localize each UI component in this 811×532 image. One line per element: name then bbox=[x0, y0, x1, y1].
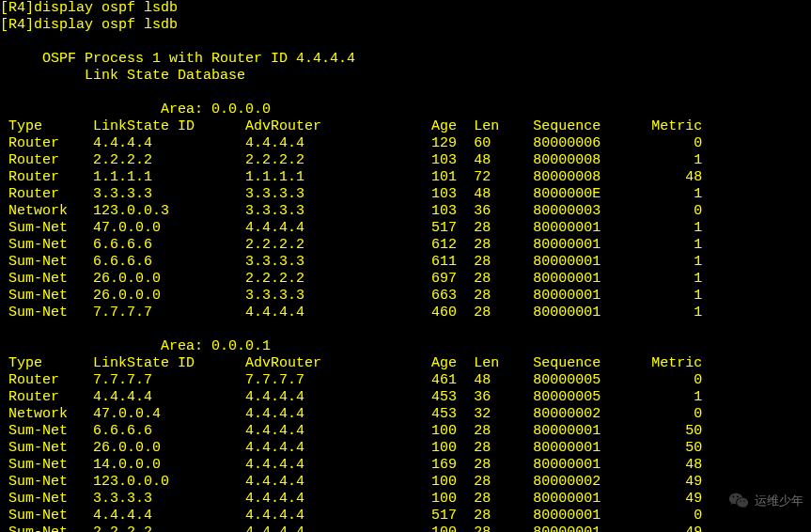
cell-seq: 80000008 bbox=[533, 152, 634, 168]
cell-age: 103 bbox=[431, 203, 474, 219]
lsdb-row: Sum-Net 47.0.0.0 4.4.4.4 517 28 80000001… bbox=[0, 220, 702, 236]
cell-adv: 4.4.4.4 bbox=[245, 508, 431, 524]
cell-seq: 80000001 bbox=[533, 288, 634, 304]
cell-len: 28 bbox=[474, 288, 533, 304]
col-header-adv: AdvRouter bbox=[245, 118, 431, 134]
cell-seq: 80000006 bbox=[533, 135, 634, 151]
cell-type: Sum-Net bbox=[0, 271, 93, 287]
cell-seq: 80000001 bbox=[533, 440, 634, 456]
lsdb-row: Network 47.0.0.4 4.4.4.4 453 32 80000002… bbox=[0, 406, 702, 422]
cell-age: 129 bbox=[431, 135, 474, 151]
cell-len: 28 bbox=[474, 457, 533, 473]
cell-seq: 80000001 bbox=[533, 457, 634, 473]
cell-type: Sum-Net bbox=[0, 508, 93, 524]
cell-type: Router bbox=[0, 372, 93, 388]
cell-seq: 80000005 bbox=[533, 389, 634, 405]
cell-type: Sum-Net bbox=[0, 254, 93, 270]
cell-lsid: 1.1.1.1 bbox=[93, 169, 245, 185]
cell-metric: 48 bbox=[634, 169, 702, 185]
cell-type: Sum-Net bbox=[0, 220, 93, 236]
area-title: Area: 0.0.0.0 bbox=[0, 102, 271, 117]
cell-age: 103 bbox=[431, 186, 474, 202]
cell-metric: 1 bbox=[634, 271, 702, 287]
cell-type: Sum-Net bbox=[0, 457, 93, 473]
col-header-len: Len bbox=[474, 118, 533, 134]
cell-adv: 4.4.4.4 bbox=[245, 423, 431, 439]
cell-seq: 80000001 bbox=[533, 220, 634, 236]
lsdb-row: Sum-Net 6.6.6.6 3.3.3.3 611 28 80000001 … bbox=[0, 254, 702, 270]
lsdb-header-row: Type LinkState ID AdvRouter Age Len Sequ… bbox=[0, 355, 702, 371]
cell-age: 517 bbox=[431, 508, 474, 524]
cell-seq: 80000005 bbox=[533, 372, 634, 388]
cell-adv: 4.4.4.4 bbox=[245, 220, 431, 236]
cell-adv: 4.4.4.4 bbox=[245, 457, 431, 473]
cell-lsid: 4.4.4.4 bbox=[93, 389, 245, 405]
cell-adv: 3.3.3.3 bbox=[245, 203, 431, 219]
cell-metric: 0 bbox=[634, 372, 702, 388]
cell-age: 101 bbox=[431, 169, 474, 185]
cell-adv: 2.2.2.2 bbox=[245, 237, 431, 253]
cell-age: 453 bbox=[431, 389, 474, 405]
cell-age: 612 bbox=[431, 237, 474, 253]
cell-age: 663 bbox=[431, 288, 474, 304]
lsdb-row: Router 4.4.4.4 4.4.4.4 453 36 80000005 1 bbox=[0, 389, 702, 405]
cell-metric: 49 bbox=[634, 474, 702, 490]
cell-lsid: 6.6.6.6 bbox=[93, 237, 245, 253]
cell-type: Router bbox=[0, 186, 93, 202]
cell-adv: 4.4.4.4 bbox=[245, 389, 431, 405]
cell-type: Network bbox=[0, 203, 93, 219]
cell-seq: 80000001 bbox=[533, 524, 634, 532]
cell-type: Sum-Net bbox=[0, 237, 93, 253]
cell-len: 28 bbox=[474, 423, 533, 439]
lsdb-row: Sum-Net 7.7.7.7 4.4.4.4 460 28 80000001 … bbox=[0, 305, 702, 321]
col-header-age: Age bbox=[431, 355, 474, 371]
cell-lsid: 2.2.2.2 bbox=[93, 524, 245, 532]
cell-seq: 80000002 bbox=[533, 406, 634, 422]
cell-lsid: 47.0.0.4 bbox=[93, 406, 245, 422]
cell-len: 28 bbox=[474, 474, 533, 490]
cell-adv: 3.3.3.3 bbox=[245, 288, 431, 304]
cell-type: Router bbox=[0, 389, 93, 405]
cell-adv: 4.4.4.4 bbox=[245, 406, 431, 422]
col-header-lsid: LinkState ID bbox=[93, 118, 245, 134]
cell-adv: 3.3.3.3 bbox=[245, 254, 431, 270]
cell-type: Network bbox=[0, 406, 93, 422]
cell-seq: 80000002 bbox=[533, 474, 634, 490]
cell-adv: 4.4.4.4 bbox=[245, 440, 431, 456]
col-header-lsid: LinkState ID bbox=[93, 355, 245, 371]
cell-adv: 4.4.4.4 bbox=[245, 474, 431, 490]
cell-type: Sum-Net bbox=[0, 288, 93, 304]
cell-age: 100 bbox=[431, 491, 474, 507]
cell-type: Sum-Net bbox=[0, 423, 93, 439]
cell-adv: 2.2.2.2 bbox=[245, 271, 431, 287]
cell-age: 103 bbox=[431, 152, 474, 168]
cell-metric: 49 bbox=[634, 491, 702, 507]
cell-len: 28 bbox=[474, 220, 533, 236]
lsdb-row: Sum-Net 26.0.0.0 2.2.2.2 697 28 80000001… bbox=[0, 271, 702, 287]
cell-lsid: 7.7.7.7 bbox=[93, 305, 245, 321]
wechat-icon bbox=[728, 491, 749, 511]
cell-len: 28 bbox=[474, 271, 533, 287]
col-header-type: Type bbox=[0, 355, 93, 371]
cell-metric: 1 bbox=[634, 254, 702, 270]
cell-len: 32 bbox=[474, 406, 533, 422]
command-text: display ospf lsdb bbox=[34, 17, 178, 33]
cell-type: Sum-Net bbox=[0, 491, 93, 507]
lsdb-row: Sum-Net 26.0.0.0 3.3.3.3 663 28 80000001… bbox=[0, 288, 702, 304]
cell-type: Sum-Net bbox=[0, 305, 93, 321]
col-header-seq: Sequence bbox=[533, 118, 634, 134]
cell-lsid: 4.4.4.4 bbox=[93, 508, 245, 524]
col-header-seq: Sequence bbox=[533, 355, 634, 371]
command-line[interactable]: [R4]display ospf lsdb bbox=[0, 17, 178, 33]
cell-adv: 4.4.4.4 bbox=[245, 524, 431, 532]
terminal-screen[interactable]: [R4]display ospf lsdb [R4]display ospf l… bbox=[0, 17, 811, 532]
cell-metric: 0 bbox=[634, 508, 702, 524]
lsdb-row: Router 1.1.1.1 1.1.1.1 101 72 80000008 4… bbox=[0, 169, 702, 185]
cell-len: 48 bbox=[474, 372, 533, 388]
cell-seq: 80000003 bbox=[533, 203, 634, 219]
col-header-adv: AdvRouter bbox=[245, 355, 431, 371]
cell-type: Router bbox=[0, 152, 93, 168]
cell-lsid: 3.3.3.3 bbox=[93, 186, 245, 202]
cell-seq: 80000001 bbox=[533, 237, 634, 253]
cell-age: 453 bbox=[431, 406, 474, 422]
